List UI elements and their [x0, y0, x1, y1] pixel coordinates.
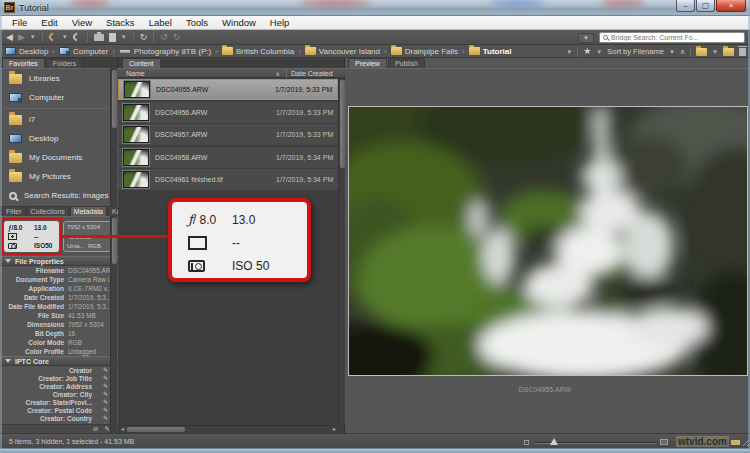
- iptc-row: Creator: Address✎: [0, 382, 118, 390]
- collapse-triangle-icon: [5, 359, 11, 363]
- favorite-i7[interactable]: i7: [0, 110, 118, 129]
- file-caret-icon[interactable]: ▼: [121, 34, 127, 40]
- column-date-created[interactable]: Date Created: [287, 70, 345, 77]
- glass-smudge: [600, 0, 645, 6]
- favorite-libraries[interactable]: Libraries: [0, 69, 118, 88]
- pencil-icon[interactable]: ✎: [103, 391, 108, 397]
- refresh-icon[interactable]: ↻: [140, 33, 148, 42]
- trash-icon[interactable]: [739, 48, 746, 56]
- pencil-icon[interactable]: ✎: [103, 383, 108, 389]
- history-caret-icon[interactable]: ▼: [30, 34, 36, 40]
- tab-metadata[interactable]: Metadata: [70, 206, 107, 216]
- slider-thumb[interactable]: [550, 438, 558, 445]
- open-folder-icon[interactable]: [696, 48, 707, 56]
- menu-window[interactable]: Window: [215, 17, 263, 28]
- menu-edit[interactable]: Edit: [34, 17, 64, 28]
- thumbnail-small-icon[interactable]: [524, 440, 529, 445]
- boomerang-icon[interactable]: [47, 31, 58, 42]
- tab-content[interactable]: Content: [122, 58, 161, 68]
- file-row-dsc04958[interactable]: DSC04958.ARW 1/7/2019, 5:34 PM: [118, 147, 338, 168]
- tab-publish[interactable]: Publish: [388, 58, 425, 68]
- status-summary: 5 items, 3 hidden, 1 selected - 41.53 MB: [9, 438, 134, 445]
- iptc-core-header[interactable]: IPTC Core: [0, 356, 118, 366]
- view-caret-icon[interactable]: ▼: [566, 49, 572, 55]
- view-list-icon[interactable]: [552, 47, 561, 56]
- minimize-button[interactable]: –: [676, 0, 695, 12]
- preview-panel: Preview Publish: [345, 58, 750, 433]
- rating-star-icon[interactable]: ★: [583, 47, 591, 56]
- favorite-my-documents[interactable]: My Documents: [0, 148, 118, 167]
- return-arc-icon[interactable]: [71, 31, 82, 42]
- menu-view[interactable]: View: [65, 17, 99, 28]
- metadata-scrollbar[interactable]: [110, 216, 117, 433]
- favorite-search-results[interactable]: Search Results: images: [0, 186, 118, 205]
- sort-ascending-icon[interactable]: ∧: [680, 48, 685, 55]
- folder-icon: [9, 153, 22, 163]
- file-row-dsc04956[interactable]: DSC04956.ARW 1/7/2019, 5:33 PM: [118, 102, 338, 123]
- camera-import-icon[interactable]: [94, 34, 104, 41]
- breadcrumb-item-drive[interactable]: Photography 8TB (P:): [119, 47, 211, 56]
- column-name[interactable]: Name: [118, 70, 276, 77]
- breadcrumb-item-drainpipe-falls[interactable]: Drainpipe Falls: [391, 47, 458, 56]
- breadcrumb-item-vancouver-island[interactable]: Vancouver Island: [305, 47, 380, 56]
- view-grid-icon[interactable]: [538, 47, 547, 56]
- rotate-cw-icon[interactable]: ↻: [173, 33, 181, 42]
- pencil-icon[interactable]: ✎: [103, 375, 108, 381]
- tab-preview[interactable]: Preview: [348, 58, 387, 68]
- no-edit-icon[interactable]: ⊘: [93, 426, 98, 433]
- tab-folders[interactable]: Folders: [46, 58, 83, 68]
- new-folder-icon[interactable]: [723, 48, 734, 56]
- file-properties-header[interactable]: File Properties: [0, 256, 118, 266]
- sort-by-label[interactable]: Sort by Filename: [607, 47, 664, 56]
- favorite-desktop[interactable]: Desktop: [0, 129, 118, 148]
- thumbnail-large-icon[interactable]: [660, 439, 668, 445]
- breadcrumb-item-computer[interactable]: Computer: [59, 47, 108, 56]
- menu-label[interactable]: Label: [142, 17, 179, 28]
- favorites-scrollbar[interactable]: [110, 68, 117, 206]
- forward-icon[interactable]: ▶: [18, 33, 25, 42]
- tab-favorites[interactable]: Favorites: [2, 58, 45, 68]
- menu-tools[interactable]: Tools: [179, 17, 215, 28]
- menu-help[interactable]: Help: [263, 17, 297, 28]
- pencil-icon[interactable]: ✎: [103, 415, 108, 421]
- content-hscrollbar[interactable]: ◄ ►: [119, 425, 338, 432]
- breadcrumb-item-desktop[interactable]: Desktop: [5, 47, 48, 56]
- breadcrumb-item-british-columbia[interactable]: British Columbia: [222, 47, 294, 56]
- sort-caret-icon[interactable]: ▼: [669, 49, 675, 55]
- preview-pane: DSC04955.ARW: [345, 68, 750, 433]
- file-row-dsc04957[interactable]: DSC04957.ARW 1/7/2019, 5:33 PM: [118, 124, 338, 145]
- folder-caret-icon[interactable]: ▼: [712, 49, 718, 55]
- favorites-panel: Libraries Computer i7 Desktop My Documen…: [0, 68, 118, 206]
- file-row-dsc04955[interactable]: DSC04955.ARW 1/7/2019, 5:33 PM: [118, 79, 338, 100]
- favorite-my-pictures[interactable]: My Pictures: [0, 167, 118, 186]
- search-scope-dropdown[interactable]: ▼: [578, 33, 594, 43]
- title-bar[interactable]: Br Tutorial – ▢ ×: [0, 0, 750, 16]
- pencil-icon[interactable]: ✎: [103, 367, 108, 373]
- preview-image-waterfall[interactable]: [348, 106, 748, 376]
- breadcrumb-separator: ›: [384, 47, 387, 56]
- new-document-icon[interactable]: [109, 33, 116, 42]
- pencil-icon[interactable]: ✎: [103, 399, 108, 405]
- pencil-icon[interactable]: ✎: [103, 407, 108, 413]
- menu-file[interactable]: File: [5, 17, 34, 28]
- file-row-dsc04961[interactable]: DSC04961 finished.tif 1/7/2019, 5:34 PM: [118, 169, 338, 190]
- back-icon[interactable]: ◀: [6, 33, 13, 42]
- property-row: Dimensions7952 x 5304: [0, 320, 118, 329]
- boomerang-caret-icon[interactable]: ▼: [62, 34, 68, 40]
- menu-stacks[interactable]: Stacks: [99, 17, 142, 28]
- favorite-computer[interactable]: Computer: [0, 88, 118, 107]
- rating-caret-icon[interactable]: ▼: [596, 49, 602, 55]
- search-input[interactable]: [611, 34, 741, 41]
- watermark: wtvid.com: [676, 436, 729, 447]
- content-vscrollbar[interactable]: [338, 79, 345, 424]
- breadcrumb-item-tutorial[interactable]: Tutorial: [469, 47, 512, 56]
- desktop-icon: [5, 47, 16, 55]
- metering-icon: [188, 236, 207, 250]
- tab-collections[interactable]: Collections: [27, 206, 69, 216]
- rotate-ccw-icon[interactable]: ↺: [160, 33, 168, 42]
- breadcrumb-separator: ›: [462, 47, 465, 56]
- tab-filter[interactable]: Filter: [2, 206, 26, 216]
- close-button[interactable]: ×: [716, 0, 746, 12]
- sort-ascending-icon[interactable]: ∧: [276, 70, 280, 77]
- maximize-button[interactable]: ▢: [696, 0, 715, 12]
